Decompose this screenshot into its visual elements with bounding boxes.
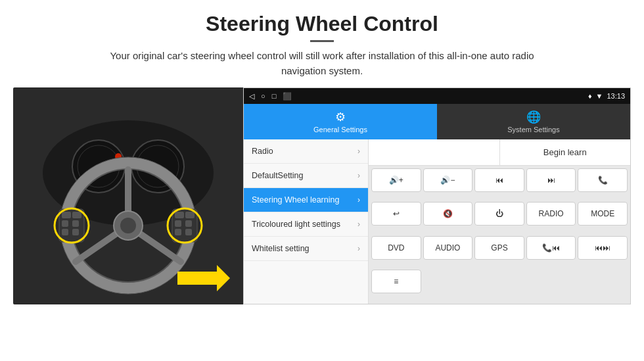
globe-icon: 🌐 [526, 110, 541, 124]
tab-system-label: System Settings [507, 126, 559, 133]
svg-rect-28 [185, 229, 192, 235]
mute-icon: 🔇 [443, 209, 453, 218]
gps-button[interactable]: GPS [474, 236, 524, 260]
chevron-right-icon: › [357, 195, 360, 205]
call-prev-button[interactable]: 📞⏮ [526, 236, 576, 260]
next-icon: ⏭ [547, 176, 555, 185]
svg-rect-25 [175, 229, 181, 235]
main-area: Radio › DefaultSetting › Steering Wheel … [244, 139, 630, 304]
svg-rect-19 [72, 212, 81, 218]
sidebar: Radio › DefaultSetting › Steering Wheel … [244, 139, 369, 304]
menu-default-label: DefaultSetting [252, 171, 304, 180]
top-row: Begin learn [369, 139, 630, 166]
menu-list-button[interactable]: ≡ [371, 270, 421, 293]
dvd-button[interactable]: DVD [371, 236, 421, 260]
menu-tricoloured-label: Tricoloured light settings [252, 220, 340, 229]
chevron-right-icon: › [357, 244, 360, 253]
gps-icon: ♦ [588, 92, 592, 100]
status-bar-left: ◁ ○ □ ⬛ [249, 92, 292, 101]
menu-item-tricoloured[interactable]: Tricoloured light settings › [244, 212, 368, 237]
volume-down-icon: 🔊− [440, 176, 455, 185]
return-button[interactable]: ↩ [371, 202, 421, 226]
signal-icon: ▼ [596, 92, 603, 100]
mode-button[interactable]: MODE [578, 202, 628, 226]
svg-rect-24 [175, 220, 181, 227]
prev-next-button[interactable]: ⏮⏭ [578, 236, 628, 260]
back-icon[interactable]: ◁ [249, 92, 254, 101]
radio-label: RADIO [539, 209, 564, 218]
svg-rect-16 [62, 212, 71, 218]
list-icon: ≡ [394, 277, 398, 286]
menu-radio-label: Radio [252, 147, 273, 156]
tab-bar: ⚙ General Settings 🌐 System Settings [244, 104, 630, 139]
status-bar-right: ♦ ▼ 13:13 [588, 92, 625, 100]
svg-point-14 [120, 218, 136, 233]
gps-label: GPS [491, 243, 507, 253]
right-content: Begin learn 🔊+ 🔊− ⏮ [369, 139, 630, 304]
mode-label: MODE [591, 209, 614, 218]
return-icon: ↩ [393, 209, 400, 218]
power-icon: ⏻ [495, 209, 503, 218]
svg-rect-27 [185, 220, 192, 227]
phone-icon: 📞 [598, 176, 608, 185]
tab-system-settings[interactable]: 🌐 System Settings [437, 104, 630, 139]
content-row: ◁ ○ □ ⬛ ♦ ▼ 13:13 ⚙ General Settings [13, 87, 631, 304]
svg-rect-21 [72, 229, 79, 235]
status-bar: ◁ ○ □ ⬛ ♦ ▼ 13:13 [244, 88, 630, 104]
audio-button[interactable]: AUDIO [423, 236, 473, 260]
home-icon[interactable]: ○ [261, 92, 265, 100]
menu-steering-label: Steering Wheel learning [252, 195, 339, 205]
prev-icon: ⏮ [495, 176, 503, 185]
power-button[interactable]: ⏻ [474, 202, 524, 226]
chevron-right-icon: › [357, 171, 360, 180]
radio-button[interactable]: RADIO [526, 202, 576, 226]
dvd-label: DVD [388, 243, 404, 253]
page-title: Steering Wheel Control [206, 12, 438, 36]
tab-general-label: General Settings [313, 126, 367, 133]
chevron-right-icon: › [357, 220, 360, 229]
page-wrapper: Steering Wheel Control Your original car… [0, 0, 644, 361]
prev-track-button[interactable]: ⏮ [474, 168, 524, 192]
recents-icon[interactable]: □ [272, 92, 277, 100]
svg-rect-17 [62, 220, 68, 227]
next-track-button[interactable]: ⏭ [526, 168, 576, 192]
clock: 13:13 [607, 92, 625, 100]
volume-up-button[interactable]: 🔊+ [371, 168, 421, 192]
call-prev-icon: 📞⏮ [542, 243, 560, 253]
android-panel: ◁ ○ □ ⬛ ♦ ▼ 13:13 ⚙ General Settings [243, 87, 631, 304]
mute-button[interactable]: 🔇 [423, 202, 473, 226]
chevron-right-icon: › [357, 147, 360, 156]
menu-item-steering-wheel[interactable]: Steering Wheel learning › [244, 188, 368, 212]
gear-icon: ⚙ [335, 110, 346, 124]
menu-item-whitelist[interactable]: Whitelist setting › [244, 237, 368, 261]
call-button[interactable]: 📞 [578, 168, 628, 192]
control-button-grid: 🔊+ 🔊− ⏮ ⏭ 📞 [369, 166, 630, 304]
svg-rect-18 [62, 229, 68, 235]
svg-rect-23 [175, 212, 184, 218]
begin-learn-button[interactable]: Begin learn [500, 139, 631, 165]
steering-wheel-image [13, 87, 243, 304]
screenshot-icon[interactable]: ⬛ [283, 92, 292, 101]
svg-rect-20 [72, 220, 79, 227]
empty-input-box [369, 139, 500, 165]
volume-down-button[interactable]: 🔊− [423, 168, 473, 192]
page-subtitle: Your original car's steering wheel contr… [92, 49, 552, 78]
audio-label: AUDIO [435, 243, 460, 253]
volume-up-icon: 🔊+ [389, 176, 403, 185]
prev-next-icon: ⏮⏭ [595, 243, 610, 253]
svg-rect-26 [185, 212, 195, 218]
menu-whitelist-label: Whitelist setting [252, 244, 310, 253]
tab-general-settings[interactable]: ⚙ General Settings [244, 104, 437, 139]
menu-item-default-setting[interactable]: DefaultSetting › [244, 164, 368, 188]
title-divider [310, 40, 334, 42]
menu-item-radio[interactable]: Radio › [244, 139, 368, 164]
